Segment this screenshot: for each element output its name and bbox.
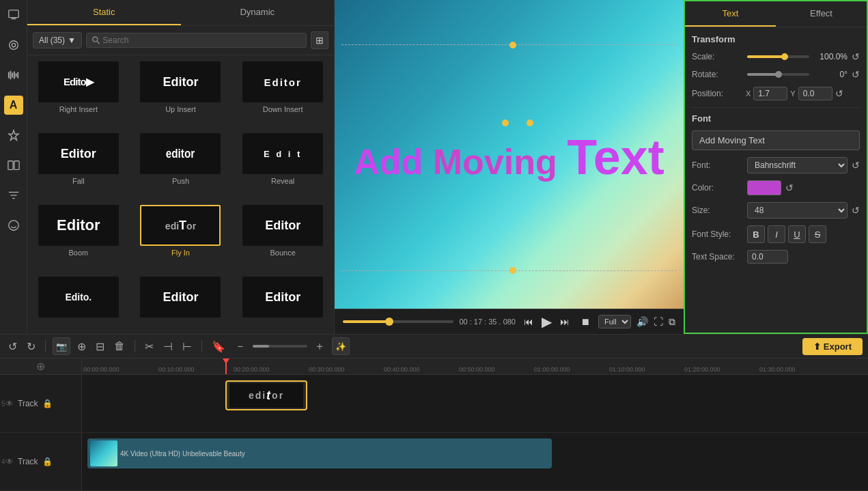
export-button[interactable]: ⬆ Export (802, 338, 863, 355)
add-button[interactable]: ⊕ (74, 339, 89, 354)
transitions-icon[interactable] (4, 156, 23, 175)
undo-button[interactable]: ↺ (5, 339, 20, 354)
zoom-track[interactable] (253, 345, 307, 348)
color-swatch[interactable] (747, 180, 781, 195)
tab-effect[interactable]: Effect (776, 1, 867, 27)
quality-select[interactable]: Full (598, 315, 631, 328)
track-label-5: 5 👁 Track 🔒 (0, 375, 81, 433)
rotate-slider-thumb[interactable] (775, 71, 782, 78)
effect-fly-in[interactable]: ediTor Fly In (130, 199, 232, 270)
text-space-input[interactable] (747, 250, 788, 264)
handle-dot-bottom[interactable] (509, 267, 516, 274)
effect-down-insert[interactable]: Editor Down Insert (232, 55, 334, 127)
effect-push[interactable]: editor Push (130, 127, 232, 199)
magic-button[interactable]: ✨ (332, 337, 350, 355)
zoom-out-button[interactable]: － (232, 338, 249, 355)
effects-icon[interactable] (4, 126, 23, 145)
effect-more3[interactable]: Editor (232, 270, 334, 334)
track-rows: editor 4K Video (Ultra HD) Unbelievable … (82, 375, 868, 491)
step-forward-button[interactable]: ⏭ (557, 315, 572, 328)
rotate-slider[interactable] (747, 73, 809, 76)
track-eye-5[interactable]: 👁 (5, 399, 14, 408)
handle-dot-top[interactable] (509, 42, 516, 48)
ruler-tick-0: 00:00:00.000 (82, 366, 157, 373)
volume-icon[interactable]: 🔊 (636, 316, 648, 327)
size-select[interactable]: 48 (747, 202, 848, 219)
x-label: X (746, 89, 751, 98)
fullscreen-icon[interactable]: ⛶ (654, 316, 663, 327)
grid-view-button[interactable]: ⊞ (311, 31, 328, 49)
playhead[interactable] (225, 359, 227, 374)
font-text-input[interactable] (692, 130, 860, 150)
rotate-value: 0° (813, 70, 848, 79)
export-icon: ⬆ (813, 341, 821, 352)
color-reset-button[interactable]: ↺ (785, 182, 794, 193)
add-track-icon[interactable]: ⊕ (36, 360, 45, 373)
underline-button[interactable]: U (788, 225, 806, 243)
toolbar-separator-1 (45, 340, 46, 352)
scale-reset-button[interactable]: ↺ (852, 51, 860, 62)
track-lock-5[interactable]: 🔒 (42, 399, 53, 408)
scale-slider[interactable] (747, 55, 809, 58)
split-button[interactable]: ⊣ (160, 339, 176, 354)
panel-tabs: Static Dynamic (27, 0, 334, 26)
x-input[interactable] (753, 87, 787, 100)
stop-button[interactable]: ⏹ (578, 315, 593, 328)
bold-button[interactable]: B (747, 225, 765, 243)
size-reset-button[interactable]: ↺ (852, 205, 860, 216)
effects-grid: Edito▶ Right Insert Editor Up Insert Edi… (27, 55, 334, 334)
track-eye-4[interactable]: 👁 (5, 457, 14, 466)
zoom-in-button[interactable]: ＋ (311, 338, 328, 355)
effect-right-insert[interactable]: Edito▶ Right Insert (27, 55, 130, 127)
timeline-tracks: 00:00:00.000 00:10:00.000 00:20:00.000 0… (82, 359, 868, 491)
seek-thumb[interactable] (385, 318, 393, 326)
text-icon[interactable]: A (4, 96, 23, 115)
snapshot-button[interactable]: 📷 (53, 337, 70, 355)
track-lock-4[interactable]: 🔒 (42, 457, 53, 466)
effect-bounce[interactable]: Editor Bounce (232, 199, 334, 270)
position-reset-button[interactable]: ↺ (835, 88, 843, 99)
trim-button[interactable]: ⊢ (180, 339, 195, 354)
sticker-icon[interactable] (4, 216, 23, 235)
divider-1 (692, 107, 860, 108)
text-clip[interactable]: editor (225, 380, 307, 410)
delete-button[interactable]: 🗑 (111, 339, 128, 354)
text-space-row: Text Space: (692, 250, 860, 264)
font-select[interactable]: Bahnschrift (747, 157, 848, 173)
y-input[interactable] (798, 87, 832, 100)
layers-icon[interactable] (4, 36, 23, 55)
pip-icon[interactable]: ⧉ (669, 316, 675, 328)
video-clip[interactable]: 4K Video (Ultra HD) Unbelievable Beauty (87, 438, 552, 468)
step-back-button[interactable]: ⏮ (521, 315, 536, 328)
rotate-slider-fill (747, 73, 779, 76)
scale-value: 100.0% (813, 52, 848, 61)
play-button[interactable]: ▶ (542, 313, 552, 330)
seek-bar[interactable] (343, 320, 453, 323)
redo-button[interactable]: ↻ (24, 339, 38, 354)
effect-up-insert[interactable]: Editor Up Insert (130, 55, 232, 127)
font-reset-button[interactable]: ↺ (852, 160, 860, 171)
effect-reveal[interactable]: E d i t Reveal (232, 127, 334, 199)
filter-dropdown[interactable]: All (35) ▼ (33, 32, 82, 48)
strikethrough-button[interactable]: S (809, 225, 826, 243)
search-input[interactable] (102, 36, 300, 45)
rotate-reset-button[interactable]: ↺ (852, 69, 860, 80)
effect-more2[interactable]: Editor (130, 270, 232, 334)
audio-icon[interactable] (4, 66, 23, 85)
ruler-tick-2: 00:20:00.000 (232, 366, 307, 373)
tab-text[interactable]: Text (685, 1, 776, 27)
effect-boom[interactable]: Editor Boom (27, 199, 130, 270)
cut-button[interactable]: ✂ (142, 339, 156, 354)
tab-dynamic[interactable]: Dynamic (181, 0, 335, 25)
marker-button[interactable]: 🔖 (209, 339, 228, 354)
effect-more1[interactable]: Edito. (27, 270, 130, 334)
filters-icon[interactable] (4, 186, 23, 205)
media-icon[interactable] (4, 5, 23, 25)
scale-slider-thumb[interactable] (781, 53, 788, 60)
italic-button[interactable]: I (768, 225, 785, 243)
detach-button[interactable]: ⊟ (93, 339, 107, 354)
font-style-label: Font Style: (692, 229, 743, 239)
handle-dot-mid2[interactable] (527, 120, 533, 126)
tab-static[interactable]: Static (27, 0, 181, 25)
effect-fall[interactable]: Editor Fall (27, 127, 130, 199)
